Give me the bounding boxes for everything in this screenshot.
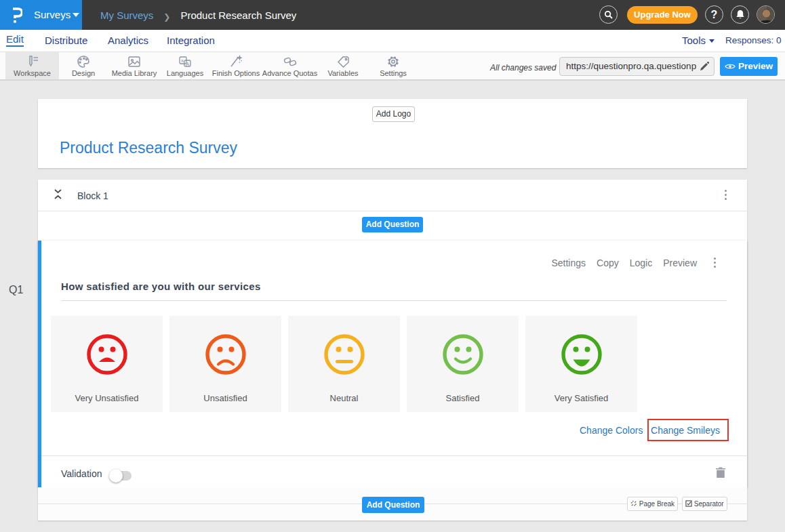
svg-text:x: x <box>181 58 184 64</box>
svg-text:A: A <box>186 61 190 67</box>
